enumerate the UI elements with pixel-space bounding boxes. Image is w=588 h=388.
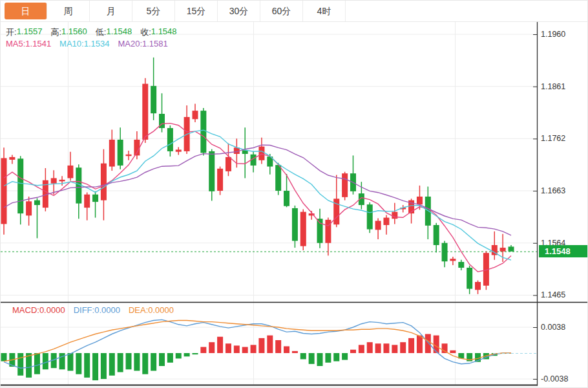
candle — [109, 130, 115, 171]
candle — [509, 245, 514, 252]
candle — [176, 147, 182, 155]
chart-canvas[interactable] — [1, 1, 588, 388]
macd-bar — [450, 350, 456, 353]
macd-bar — [342, 353, 348, 360]
candle — [192, 104, 198, 123]
tab-timeframe-3[interactable]: 5分 — [132, 1, 175, 21]
candle — [375, 218, 381, 239]
macd-bar — [251, 345, 257, 353]
candle — [458, 260, 464, 270]
macd-bar — [442, 343, 448, 353]
macd-bar — [359, 345, 364, 353]
candle — [226, 144, 231, 177]
macd-bar — [192, 353, 198, 354]
candle — [118, 127, 123, 169]
candle — [350, 155, 356, 194]
macd-bar — [434, 336, 439, 353]
macd-bar — [292, 351, 298, 353]
macd-bar — [258, 338, 264, 353]
candle — [76, 164, 81, 219]
candle — [467, 266, 472, 294]
macd-bar — [367, 342, 373, 353]
macd-bar — [400, 342, 406, 353]
candle — [142, 78, 148, 143]
macd-bar — [92, 353, 98, 380]
candle — [1, 147, 7, 234]
macd-bar — [34, 353, 40, 374]
candle — [217, 167, 223, 195]
candle — [442, 241, 448, 267]
candle — [17, 156, 23, 224]
macd-bar — [43, 353, 48, 369]
candle — [184, 105, 190, 154]
candle — [34, 198, 40, 238]
macd-bar — [275, 340, 281, 353]
candle — [417, 186, 423, 210]
candle — [84, 192, 90, 220]
candle — [292, 206, 298, 248]
tab-timeframe-0[interactable]: 日 — [5, 3, 47, 19]
candle — [367, 202, 373, 233]
last-price-badge: 1.1548 — [539, 245, 588, 257]
macd-bar — [408, 338, 414, 353]
candle — [242, 127, 248, 178]
macd-bar — [76, 353, 81, 374]
tab-timeframe-7[interactable]: 4时 — [303, 1, 346, 21]
candle — [251, 151, 257, 173]
candle — [317, 209, 323, 248]
macd-bar — [383, 343, 389, 353]
macd-bar — [84, 353, 90, 378]
tab-timeframe-5[interactable]: 30分 — [218, 1, 260, 21]
macd-bar — [226, 343, 231, 353]
macd-bar — [151, 353, 156, 371]
candle — [267, 154, 273, 175]
candle — [209, 149, 215, 201]
candle — [342, 172, 348, 200]
candle — [43, 168, 48, 211]
macd-bar — [17, 353, 23, 376]
candle — [126, 151, 132, 160]
macd-bar — [101, 353, 107, 379]
candle — [92, 191, 98, 218]
candle — [159, 93, 165, 132]
macd-bar — [242, 347, 248, 353]
candle — [300, 210, 306, 251]
macd-bar — [417, 336, 423, 353]
candle — [434, 223, 439, 253]
macd-bar — [375, 343, 381, 353]
macd-bar — [300, 353, 306, 359]
macd-bar — [126, 353, 132, 369]
candle — [392, 203, 397, 224]
candle — [9, 155, 15, 164]
tab-timeframe-6[interactable]: 60分 — [260, 1, 303, 21]
macd-bar — [176, 353, 182, 358]
candle — [475, 281, 481, 294]
macd-bar — [309, 353, 315, 364]
macd-bar — [167, 353, 173, 363]
tab-timeframe-4[interactable]: 15分 — [175, 1, 218, 21]
candles-group — [1, 58, 514, 294]
macd-bar — [209, 342, 215, 353]
macd-bar — [134, 353, 140, 371]
macd-bar — [142, 353, 148, 374]
macd-bar — [284, 346, 289, 353]
macd-bar — [67, 353, 73, 371]
macd-bar — [109, 353, 115, 376]
macd-bar — [217, 337, 223, 353]
candle — [167, 125, 173, 156]
candle — [383, 215, 389, 235]
macd-bar — [184, 353, 190, 356]
candle — [151, 58, 156, 120]
macd-bar — [234, 345, 240, 353]
tab-timeframe-2[interactable]: 月 — [90, 1, 132, 21]
macd-bar — [392, 345, 397, 353]
macd-bar — [333, 353, 339, 361]
macd-bar — [350, 350, 356, 353]
candle — [492, 232, 498, 260]
tab-timeframe-1[interactable]: 周 — [47, 1, 90, 21]
timeframe-tabbar: 日周月5分15分30分60分4时 — [1, 1, 587, 22]
candle — [425, 187, 431, 239]
macd-bar — [159, 353, 165, 366]
macd-bar — [1, 353, 7, 361]
candlestick-chart-app: 日周月5分15分30分60分4时 开: 1.1557 高: 1.1560 低: … — [0, 0, 588, 388]
